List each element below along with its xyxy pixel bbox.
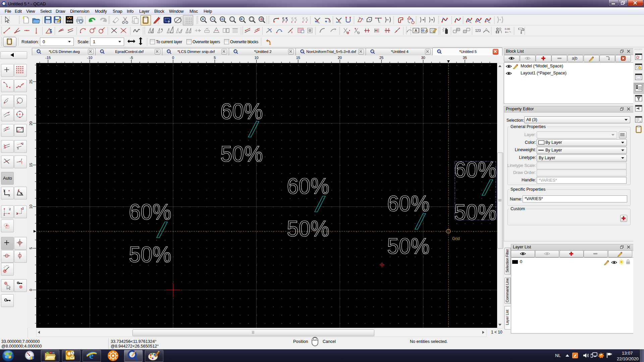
svg-text:y: y <box>3 188 5 192</box>
svg-text:1: 1 <box>17 146 19 150</box>
svg-text:60%: 60% <box>454 157 497 182</box>
svg-text:-15: -15 <box>45 56 51 60</box>
svg-text:50%: 50% <box>454 200 497 225</box>
svg-text:A: A <box>415 28 417 33</box>
svg-text:e: e <box>89 350 93 361</box>
svg-text:60%: 60% <box>287 174 329 198</box>
svg-text:5: 5 <box>29 247 33 249</box>
svg-text:-5: -5 <box>130 56 133 60</box>
svg-text:10: 10 <box>29 204 33 208</box>
svg-text:60%: 60% <box>387 191 430 216</box>
svg-text:123: 123 <box>475 29 481 33</box>
svg-text:2: 2 <box>22 207 24 210</box>
svg-text:0.00: 0.00 <box>505 27 510 31</box>
svg-text:a: a <box>20 191 22 195</box>
svg-text:5: 5 <box>214 56 216 60</box>
svg-text:x: x <box>291 31 293 34</box>
svg-text:20: 20 <box>338 56 342 60</box>
svg-text:!: ! <box>21 161 22 165</box>
svg-text:60%: 60% <box>129 199 171 224</box>
svg-text:-10: -10 <box>87 56 93 60</box>
svg-text:50%: 50% <box>287 216 329 241</box>
svg-text:20: 20 <box>29 121 33 125</box>
svg-text:2: 2 <box>9 207 11 211</box>
svg-text:60%: 60% <box>220 99 263 124</box>
svg-text:25: 25 <box>379 56 383 60</box>
svg-text:0: 0 <box>29 289 33 291</box>
svg-text:50%: 50% <box>387 234 430 258</box>
svg-text:35: 35 <box>463 56 467 60</box>
svg-text:30: 30 <box>421 56 425 60</box>
svg-text:2: 2 <box>22 142 23 145</box>
svg-text:C: C <box>640 120 641 122</box>
svg-text:1: 1 <box>16 212 18 215</box>
svg-text:SVG: SVG <box>67 20 72 23</box>
svg-text:10: 10 <box>254 56 258 60</box>
svg-text:50%: 50% <box>129 242 171 267</box>
svg-text:x: x <box>8 193 10 197</box>
svg-text:25: 25 <box>29 80 33 84</box>
svg-text:0: 0 <box>172 56 174 60</box>
svg-text:Grid: Grid <box>452 236 460 241</box>
svg-text:15: 15 <box>29 163 33 167</box>
svg-text:15: 15 <box>296 56 300 60</box>
svg-text:50%: 50% <box>220 141 263 166</box>
svg-text:1: 1 <box>3 213 5 216</box>
